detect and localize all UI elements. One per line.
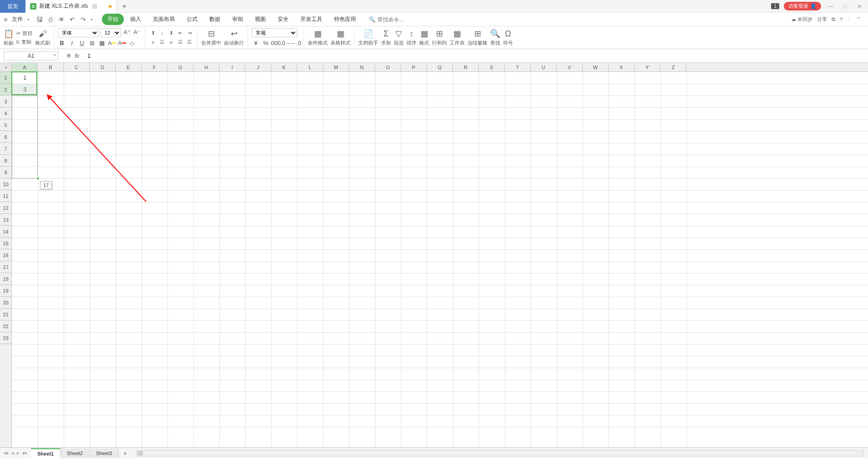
- tab-layout[interactable]: 页面布局: [147, 14, 180, 25]
- row-header-12[interactable]: 12: [0, 202, 11, 214]
- sheet-next-button[interactable]: ▸: [16, 450, 20, 456]
- align-top-button[interactable]: ⬆: [149, 29, 157, 37]
- copy-button[interactable]: ⎘复制: [16, 39, 32, 46]
- col-header-h[interactable]: H: [193, 63, 219, 71]
- number-format-select[interactable]: 常规: [252, 28, 297, 37]
- fx-icon[interactable]: fx: [75, 52, 79, 59]
- cell-a1[interactable]: 1: [12, 72, 38, 84]
- col-header-p[interactable]: P: [401, 63, 427, 71]
- row-header-1[interactable]: 1: [0, 72, 11, 84]
- symbol-button[interactable]: Ω符号: [503, 29, 513, 46]
- row-header-10[interactable]: 10: [0, 178, 11, 190]
- cell-style-button[interactable]: ▦: [98, 39, 106, 47]
- row-header-3[interactable]: 3: [0, 96, 11, 107]
- row-header-15[interactable]: 15: [0, 238, 11, 249]
- sheet-tab-3[interactable]: Sheet3: [90, 449, 119, 458]
- collapse-ribbon-icon[interactable]: ⌃: [857, 16, 861, 22]
- currency-button[interactable]: ¥: [252, 39, 260, 47]
- align-center-button[interactable]: ☰: [158, 38, 166, 46]
- row-header-18[interactable]: 18: [0, 273, 11, 285]
- external-icon[interactable]: ⧉: [832, 16, 835, 22]
- col-header-q[interactable]: Q: [427, 63, 453, 71]
- row-header-22[interactable]: 22: [0, 320, 11, 332]
- tab-view[interactable]: 视图: [249, 14, 271, 25]
- scrollbar-thumb[interactable]: [137, 451, 143, 456]
- save-icon[interactable]: 🖫: [36, 16, 43, 23]
- col-header-m[interactable]: M: [323, 63, 349, 71]
- share-button[interactable]: 分享: [817, 16, 827, 23]
- filter-button[interactable]: ▽筛选: [394, 29, 404, 46]
- col-header-z[interactable]: Z: [660, 63, 686, 71]
- undo-icon[interactable]: ↶: [69, 16, 76, 23]
- font-name-select[interactable]: 宋体: [58, 28, 99, 37]
- horizontal-scrollbar[interactable]: [136, 450, 863, 456]
- sheet-tab-2[interactable]: Sheet2: [61, 449, 90, 458]
- col-header-a[interactable]: A: [12, 63, 38, 71]
- clear-format-button[interactable]: ◇: [128, 39, 136, 47]
- conditional-format-button[interactable]: ▦条件格式: [308, 29, 328, 46]
- row-header-21[interactable]: 21: [0, 309, 11, 320]
- col-header-k[interactable]: K: [271, 63, 297, 71]
- print-preview-icon[interactable]: 👁: [58, 16, 65, 23]
- select-all-corner[interactable]: [0, 63, 12, 71]
- col-header-l[interactable]: L: [297, 63, 323, 71]
- increase-font-button[interactable]: A⁺: [123, 28, 131, 36]
- row-header-5[interactable]: 5: [0, 119, 11, 131]
- formula-input[interactable]: [84, 52, 868, 60]
- search-input[interactable]: [377, 16, 414, 23]
- format-button[interactable]: ▦格式: [419, 29, 429, 46]
- table-style-button[interactable]: ▦表格样式: [330, 29, 350, 46]
- row-header-16[interactable]: 16: [0, 249, 11, 261]
- row-header-20[interactable]: 20: [0, 297, 11, 309]
- format-painter-button[interactable]: 🖌 格式刷: [35, 29, 50, 46]
- tab-data[interactable]: 数据: [204, 14, 226, 25]
- col-header-r[interactable]: R: [453, 63, 479, 71]
- sync-status[interactable]: ☁未同步: [791, 16, 812, 23]
- home-tab[interactable]: 首页: [0, 0, 25, 13]
- redo-icon[interactable]: ↷: [80, 16, 87, 23]
- row-header-17[interactable]: 17: [0, 261, 11, 273]
- decrease-font-button[interactable]: A⁻: [133, 28, 141, 36]
- row-header-2[interactable]: 2: [0, 84, 11, 96]
- command-search[interactable]: 🔍: [369, 16, 414, 23]
- row-header-13[interactable]: 13: [0, 214, 11, 226]
- menu-icon[interactable]: ≡: [4, 16, 7, 23]
- comma-button[interactable]: 000: [272, 39, 280, 47]
- underline-button[interactable]: U: [78, 39, 86, 47]
- decrease-decimal-button[interactable]: ←.0: [292, 39, 300, 47]
- document-tab[interactable]: S 新建 XLS 工作表.xls ⊟: [25, 0, 117, 13]
- border-button[interactable]: ⊞: [88, 39, 96, 47]
- minimize-button[interactable]: —: [826, 3, 837, 10]
- close-button[interactable]: ✕: [854, 3, 864, 10]
- tab-security[interactable]: 安全: [272, 14, 294, 25]
- col-header-c[interactable]: C: [64, 63, 90, 71]
- sheet-first-button[interactable]: ⏮: [3, 450, 10, 456]
- print-icon[interactable]: ⎙: [47, 16, 54, 23]
- tab-review[interactable]: 审阅: [227, 14, 249, 25]
- zoom-icon[interactable]: ⊕: [66, 52, 71, 59]
- align-justify-button[interactable]: ☰: [176, 38, 184, 46]
- maximize-button[interactable]: □: [841, 3, 850, 10]
- tab-special[interactable]: 特色应用: [329, 14, 361, 25]
- row-header-14[interactable]: 14: [0, 226, 11, 238]
- add-sheet-button[interactable]: +: [119, 450, 132, 457]
- fill-handle[interactable]: [36, 177, 39, 180]
- paste-button[interactable]: 📋 粘贴: [4, 29, 14, 46]
- col-header-i[interactable]: I: [219, 63, 245, 71]
- col-header-v[interactable]: V: [557, 63, 583, 71]
- font-size-select[interactable]: 12: [101, 28, 121, 37]
- cells-area[interactable]: 1 3 17: [12, 72, 868, 447]
- align-right-button[interactable]: ≡: [167, 38, 175, 46]
- worksheet-button[interactable]: ▦工作表: [450, 29, 465, 46]
- increase-decimal-button[interactable]: .0→: [282, 39, 290, 47]
- tab-start[interactable]: 开始: [102, 14, 124, 25]
- percent-button[interactable]: %: [262, 39, 270, 47]
- tab-formula[interactable]: 公式: [181, 14, 203, 25]
- col-header-t[interactable]: T: [505, 63, 531, 71]
- more-icon[interactable]: ⋮: [847, 16, 852, 22]
- col-header-x[interactable]: X: [609, 63, 635, 71]
- tab-insert[interactable]: 插入: [125, 14, 147, 25]
- row-header-11[interactable]: 11: [0, 190, 11, 202]
- col-header-j[interactable]: J: [245, 63, 271, 71]
- new-tab-button[interactable]: +: [117, 2, 132, 10]
